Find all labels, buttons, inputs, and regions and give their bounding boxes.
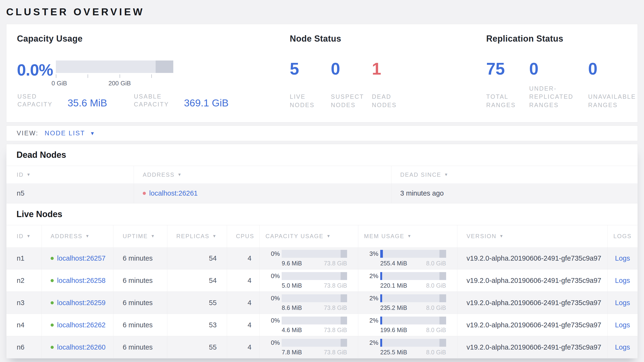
under-replicated-ranges-label: UNDER-REPLICATED RANGES <box>529 84 577 110</box>
under-replicated-ranges-count: 0 <box>529 61 588 77</box>
replication-status-title: Replication Status <box>486 34 644 44</box>
node-cpus: 4 <box>227 247 260 269</box>
live-col-capacity-usage[interactable]: CAPACITY USAGE ▼ <box>260 225 358 247</box>
logs-link[interactable]: Logs <box>615 299 630 307</box>
axis-tick <box>120 74 120 78</box>
unavailable-ranges-count: 0 <box>588 61 644 77</box>
node-logs-cell: Logs <box>608 314 638 336</box>
under-replicated-ranges-metric: 0 UNDER-REPLICATED RANGES <box>529 61 588 109</box>
node-version: v19.2.0-alpha.20190606-2491-gfe735c9a97 <box>457 269 608 291</box>
node-replicas: 55 <box>167 336 227 358</box>
node-version: v19.2.0-alpha.20190606-2491-gfe735c9a97 <box>457 292 608 314</box>
node-status-title: Node Status <box>290 34 486 44</box>
live-node-row: n3 localhost:26259 6 minutes 55 4 0% 8.6… <box>6 292 638 314</box>
logs-link[interactable]: Logs <box>615 254 630 262</box>
live-node-row: n2 localhost:26258 6 minutes 54 4 0% 5.0… <box>6 269 638 292</box>
live-col-replicas[interactable]: REPLICAS ▼ <box>167 225 227 247</box>
capacity-usage-bar <box>282 272 347 280</box>
replication-status-section: Replication Status 75 TOTAL RANGES 0 UND… <box>486 34 644 122</box>
mem-usage-bar <box>380 339 446 347</box>
sort-desc-icon: ▼ <box>326 234 331 239</box>
total-ranges-count: 75 <box>486 61 529 77</box>
capacity-percent: 0.0% <box>17 61 56 79</box>
live-col-uptime[interactable]: UPTIME ▼ <box>114 225 167 247</box>
live-status-icon <box>50 301 54 304</box>
capacity-usage-bar <box>282 339 347 347</box>
node-logs-cell: Logs <box>608 247 638 269</box>
logs-link[interactable]: Logs <box>615 343 630 351</box>
node-address-link[interactable]: localhost:26262 <box>57 321 106 329</box>
used-capacity-value: 35.6 MiB <box>68 97 107 109</box>
node-mem-usage: 2% 220.1 MiB 8.0 GiB <box>358 269 457 291</box>
live-col-id[interactable]: ID ▼ <box>6 225 42 247</box>
node-replicas: 54 <box>167 269 227 291</box>
sort-desc-icon: ▼ <box>86 234 90 239</box>
unavailable-ranges-label: UNAVAILABLE RANGES <box>588 93 638 109</box>
sort-desc-icon: ▼ <box>444 172 449 177</box>
live-node-row: n1 localhost:26257 6 minutes 54 4 0% 9.6… <box>6 247 638 269</box>
node-capacity-usage: 0% 8.6 MiB 73.8 GiB <box>260 292 358 314</box>
dropdown-caret-icon[interactable]: ▼ <box>90 130 95 136</box>
sort-desc-icon: ▼ <box>178 172 182 177</box>
node-logs-cell: Logs <box>608 292 638 314</box>
live-status-icon <box>50 323 54 327</box>
live-col-cpus[interactable]: CPUS <box>227 225 260 247</box>
live-col-address[interactable]: ADDRESS ▼ <box>42 225 114 247</box>
total-ranges-metric: 75 TOTAL RANGES <box>486 61 529 109</box>
live-col-version[interactable]: VERSION ▼ <box>457 225 608 247</box>
suspect-nodes-metric: 0 SUSPECT NODES <box>331 61 372 109</box>
view-selected-value[interactable]: NODE LIST <box>45 130 85 137</box>
live-status-icon <box>50 279 54 282</box>
live-nodes-heading: Live Nodes <box>16 209 638 219</box>
node-capacity-usage: 0% 7.8 MiB 73.8 GiB <box>260 336 358 358</box>
node-version: v19.2.0-alpha.20190606-2491-gfe735c9a97 <box>457 314 608 336</box>
capacity-usage-section: Capacity Usage 0.0% 0 GiB 200 GiB <box>17 34 290 122</box>
dead-nodes-heading: Dead Nodes <box>16 150 638 160</box>
live-node-row: n6 localhost:26260 6 minutes 55 4 0% 7.8… <box>6 336 638 358</box>
node-mem-usage: 3% 255.4 MiB 8.0 GiB <box>358 247 457 269</box>
node-uptime: 6 minutes <box>114 336 167 358</box>
live-col-mem-usage[interactable]: MEM USAGE ▼ <box>358 225 457 247</box>
dead-node-row: n5 localhost:26261 3 minutes ago <box>6 184 638 204</box>
node-address-link[interactable]: localhost:26259 <box>57 299 106 307</box>
live-col-logs: LOGS <box>608 225 638 247</box>
node-address-link[interactable]: localhost:26258 <box>57 277 106 285</box>
dead-col-address[interactable]: ADDRESS ▼ <box>134 166 392 184</box>
node-id: n4 <box>6 314 42 336</box>
sort-desc-icon: ▼ <box>26 172 31 177</box>
node-address-cell: localhost:26259 <box>42 292 114 314</box>
node-status-section: Node Status 5 LIVE NODES 0 SUSPECT NODES… <box>290 34 486 122</box>
dead-col-id[interactable]: ID ▼ <box>6 166 134 184</box>
node-capacity-usage: 0% 5.0 MiB 73.8 GiB <box>260 269 358 291</box>
live-status-icon <box>50 257 54 260</box>
axis-tick <box>151 74 152 78</box>
view-bar: VIEW: NODE LIST ▼ <box>6 125 638 141</box>
logs-link[interactable]: Logs <box>615 277 630 285</box>
usable-capacity-stat: USABLE CAPACITY 369.1 GiB <box>134 93 229 108</box>
dead-node-address-link[interactable]: localhost:26261 <box>149 189 198 197</box>
view-selector-dropdown[interactable]: NODE LIST ▼ <box>45 130 95 137</box>
live-nodes-metric: 5 LIVE NODES <box>290 61 331 109</box>
node-mem-usage: 2% 235.2 MiB 8.0 GiB <box>358 292 457 314</box>
node-address-cell: localhost:26257 <box>42 247 114 269</box>
capacity-bar-chart: 0 GiB 200 GiB <box>56 61 173 87</box>
cluster-summary-card: Capacity Usage 0.0% 0 GiB 200 GiB <box>6 24 638 122</box>
dead-status-icon <box>143 192 146 195</box>
live-nodes-table-header: ID ▼ ADDRESS ▼ UPTIME ▼ REPLICAS ▼ CPUS … <box>6 225 638 247</box>
node-capacity-usage: 0% 9.6 MiB 73.8 GiB <box>260 247 358 269</box>
axis-label-zero: 0 GiB <box>52 80 67 87</box>
node-cpus: 4 <box>227 292 260 314</box>
dead-col-dead-since[interactable]: DEAD SINCE ▼ <box>392 166 638 184</box>
usable-capacity-label: USABLE CAPACITY <box>134 93 176 108</box>
node-address-cell: localhost:26262 <box>42 314 114 336</box>
mem-usage-bar <box>380 250 446 258</box>
node-address-link[interactable]: localhost:26260 <box>57 343 106 351</box>
usable-capacity-value: 369.1 GiB <box>184 97 229 109</box>
node-uptime: 6 minutes <box>114 247 167 269</box>
live-status-icon <box>50 346 54 349</box>
node-uptime: 6 minutes <box>114 314 167 336</box>
node-address-link[interactable]: localhost:26257 <box>57 254 106 262</box>
logs-link[interactable]: Logs <box>615 321 630 329</box>
node-id: n3 <box>6 292 42 314</box>
unavailable-ranges-metric: 0 UNAVAILABLE RANGES <box>588 61 644 109</box>
